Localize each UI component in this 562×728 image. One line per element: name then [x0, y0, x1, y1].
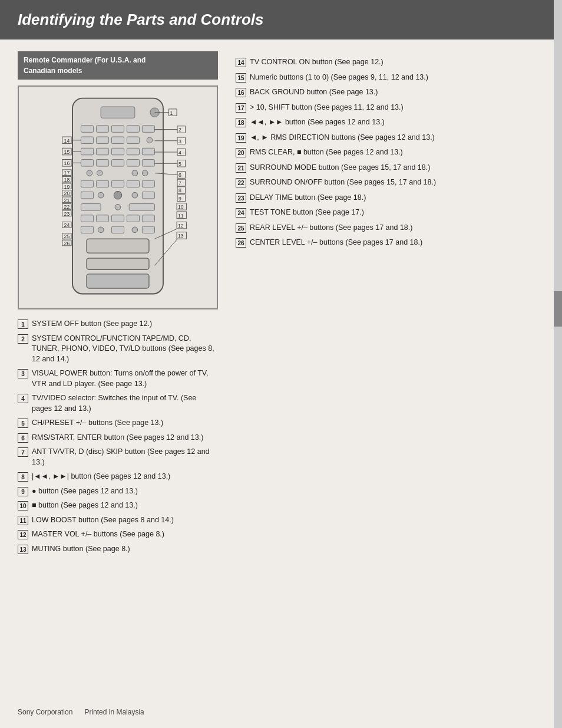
item-num: 26 [236, 238, 246, 248]
item-text: ◄, ► RMS DIRECTION buttons (See pages 12… [250, 133, 544, 143]
svg-text:16: 16 [64, 160, 70, 166]
item-num: 12 [18, 530, 28, 539]
svg-rect-50 [87, 239, 149, 253]
item-num: 11 [18, 516, 28, 525]
item-text: TEST TONE button (See page 17.) [250, 207, 544, 218]
company-name: Sony Corporation [18, 708, 72, 716]
list-item: 19 ◄, ► RMS DIRECTION buttons (See pages… [236, 133, 544, 143]
item-num: 6 [18, 433, 28, 443]
scrollbar-thumb[interactable] [554, 291, 562, 327]
item-text: MUTING button (See page 8.) [32, 544, 218, 555]
item-text: SURROUND ON/OFF button (See pages 15, 17… [250, 177, 544, 188]
item-num: 3 [18, 369, 28, 378]
svg-text:21: 21 [64, 197, 70, 203]
list-item: 18 ◄◄, ►► button (See pages 12 and 13.) [236, 117, 544, 128]
page-title: Identifying the Parts and Controls [18, 11, 263, 28]
svg-text:24: 24 [64, 222, 70, 228]
list-item: 5 CH/PRESET +/– buttons (See page 13.) [18, 418, 218, 429]
item-num: 24 [236, 208, 246, 218]
svg-text:25: 25 [64, 233, 70, 239]
svg-text:11: 11 [178, 213, 184, 219]
svg-rect-51 [87, 258, 149, 269]
item-num: 8 [18, 472, 28, 482]
item-text: LOW BOOST button (See pages 8 and 14.) [32, 515, 218, 526]
list-item: 7 ANT TV/VTR, D (disc) SKIP button (See … [18, 447, 218, 467]
svg-rect-45 [81, 226, 93, 233]
svg-text:23: 23 [64, 211, 70, 217]
svg-text:19: 19 [64, 184, 70, 190]
item-num: 18 [236, 118, 246, 127]
svg-rect-27 [81, 180, 93, 187]
svg-text:13: 13 [178, 233, 184, 239]
scrollbar[interactable] [554, 0, 562, 728]
svg-point-12 [147, 137, 153, 143]
left-desc-list: 1 SYSTEM OFF button (See page 12.) 2 SYS… [18, 319, 218, 554]
svg-rect-41 [96, 215, 108, 222]
svg-rect-42 [111, 215, 124, 222]
svg-rect-10 [111, 137, 124, 144]
svg-rect-22 [142, 160, 154, 167]
item-text: REAR LEVEL +/– buttons (See pages 17 and… [250, 223, 544, 233]
svg-rect-6 [127, 126, 139, 133]
svg-text:20: 20 [64, 190, 70, 196]
list-item: 24 TEST TONE button (See page 17.) [236, 207, 544, 218]
svg-text:9: 9 [178, 196, 181, 202]
item-num: 9 [18, 487, 28, 496]
list-item: 14 TV CONTROL ON button (See page 12.) [236, 57, 544, 68]
svg-rect-17 [142, 148, 154, 155]
left-column: Remote Commander (For U.S.A. and Canadia… [18, 51, 218, 558]
item-num: 23 [236, 193, 246, 203]
item-text: ◄◄, ►► button (See pages 12 and 13.) [250, 117, 544, 128]
item-num: 25 [236, 223, 246, 233]
item-text: TV/VIDEO selector: Switches the input of… [32, 393, 218, 414]
svg-text:14: 14 [64, 138, 70, 144]
item-text: CH/PRESET +/– buttons (See page 13.) [32, 418, 218, 429]
svg-rect-8 [81, 137, 93, 144]
list-item: 26 CENTER LEVEL +/– buttons (See pages 1… [236, 238, 544, 248]
item-num: 14 [236, 58, 246, 67]
item-num: 21 [236, 163, 246, 173]
list-item: 15 Numeric buttons (1 to 0) (See pages 9… [236, 73, 544, 83]
svg-rect-30 [127, 180, 139, 187]
svg-point-33 [98, 192, 104, 198]
item-text: BACK GROUND button (See page 13.) [250, 87, 544, 98]
item-text: > 10, SHIFT button (See pages 11, 12 and… [250, 103, 544, 113]
content-area: Remote Commander (For U.S.A. and Canadia… [0, 51, 562, 558]
list-item: 20 RMS CLEAR, ■ button (See pages 12 and… [236, 147, 544, 158]
print-info: Printed in Malaysia [84, 708, 144, 716]
svg-rect-15 [111, 148, 124, 155]
svg-point-24 [97, 170, 103, 176]
svg-rect-14 [96, 148, 108, 155]
svg-rect-5 [111, 126, 124, 133]
svg-rect-43 [127, 215, 139, 222]
svg-rect-44 [142, 215, 154, 222]
item-num: 2 [18, 334, 28, 344]
list-item: 13 MUTING button (See page 8.) [18, 544, 218, 555]
item-text: VISUAL POWER button: Turns on/off the po… [32, 368, 218, 389]
svg-text:7: 7 [178, 180, 181, 186]
item-num: 1 [18, 319, 28, 329]
item-num: 7 [18, 447, 28, 457]
svg-text:22: 22 [64, 204, 70, 210]
list-item: 8 |◄◄, ►►| button (See pages 12 and 13.) [18, 472, 218, 482]
list-item: 2 SYSTEM CONTROL/FUNCTION TAPE/MD, CD, T… [18, 334, 218, 365]
list-item: 22 SURROUND ON/OFF button (See pages 15,… [236, 177, 544, 188]
list-item: 9 ● button (See pages 12 and 13.) [18, 486, 218, 497]
item-num: 16 [236, 88, 246, 97]
list-item: 3 VISUAL POWER button: Turns on/off the … [18, 368, 218, 389]
list-item: 25 REAR LEVEL +/– buttons (See pages 17 … [236, 223, 544, 233]
svg-text:2: 2 [178, 127, 181, 133]
item-num: 22 [236, 178, 246, 187]
item-text: SURROUND MODE button (See pages 15, 17 a… [250, 163, 544, 173]
list-item: 12 MASTER VOL +/– buttons (See page 8.) [18, 529, 218, 540]
svg-rect-11 [127, 137, 139, 144]
svg-text:4: 4 [178, 150, 181, 156]
svg-rect-16 [127, 148, 139, 155]
list-item: 21 SURROUND MODE button (See pages 15, 1… [236, 163, 544, 173]
item-num: 4 [18, 394, 28, 403]
header-bar: Identifying the Parts and Controls [0, 0, 562, 39]
footer: Sony Corporation Printed in Malaysia [18, 708, 144, 716]
item-text: ● button (See pages 12 and 13.) [32, 486, 218, 497]
svg-point-23 [87, 170, 92, 176]
svg-rect-29 [111, 180, 124, 187]
